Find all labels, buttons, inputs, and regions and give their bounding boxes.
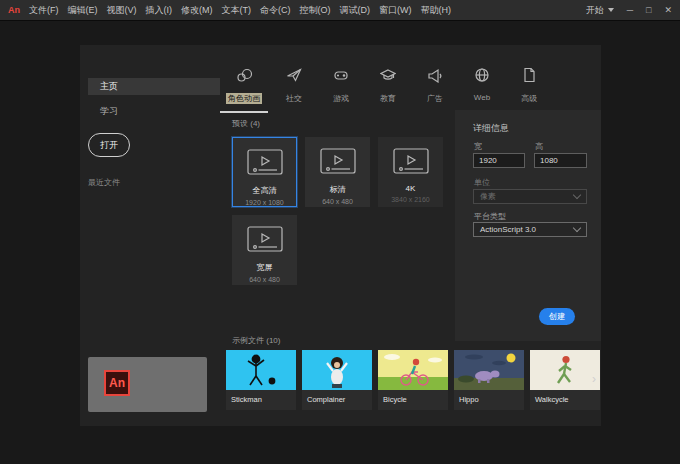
sample-card-complainer[interactable]: Complainer <box>302 350 372 410</box>
tab-label: 游戏 <box>333 93 349 104</box>
tab-social[interactable]: 社交 <box>279 67 309 104</box>
sample-name: Bicycle <box>378 390 448 410</box>
platform-label: 平台类型 <box>474 211 506 222</box>
details-panel: 详细信息 宽 高 单位 像素 平台类型 ActionScript 3.0 创建 <box>455 110 601 341</box>
video-preset-icon <box>247 226 283 256</box>
menu-debug[interactable]: 调试(D) <box>340 4 371 17</box>
menu-view[interactable]: 视图(V) <box>107 4 137 17</box>
stickman-thumbnail <box>226 350 296 390</box>
sample-card-walkcycle[interactable]: Walkcycle <box>530 350 600 410</box>
menu-modify[interactable]: 修改(M) <box>181 4 213 17</box>
sample-name: Stickman <box>226 390 296 410</box>
animate-logo-icon: An <box>104 370 130 396</box>
tab-label: 教育 <box>380 93 396 104</box>
preset-card-widescreen[interactable]: 宽屏 640 x 480 <box>232 215 297 285</box>
samples-heading: 示例文件 (10) <box>232 335 280 346</box>
sample-name: Complainer <box>302 390 372 410</box>
preset-card-full-hd[interactable]: 全高清 1920 x 1080 <box>232 137 297 207</box>
megaphone-icon <box>427 67 443 87</box>
hippo-thumbnail <box>454 350 524 390</box>
globe-icon <box>474 67 490 87</box>
sidebar-item-learn[interactable]: 学习 <box>100 105 118 118</box>
menu-file[interactable]: 文件(F) <box>29 4 59 17</box>
menu-insert[interactable]: 插入(I) <box>146 4 173 17</box>
preset-name: 宽屏 <box>257 262 273 273</box>
tab-ads[interactable]: 广告 <box>420 67 450 104</box>
width-label: 宽 <box>474 141 482 152</box>
minimize-button[interactable]: ─ <box>627 0 633 20</box>
sample-card-stickman[interactable]: Stickman <box>226 350 296 410</box>
units-dropdown[interactable]: 像素 <box>473 189 587 204</box>
menu-control[interactable]: 控制(O) <box>300 4 331 17</box>
create-button[interactable]: 创建 <box>539 308 575 325</box>
close-button[interactable]: ✕ <box>664 0 672 20</box>
platform-value: ActionScript 3.0 <box>480 225 536 234</box>
preset-size: 640 x 480 <box>249 276 280 283</box>
tab-advanced[interactable]: 高级 <box>514 67 544 104</box>
units-label: 单位 <box>474 177 490 188</box>
promo-card[interactable]: An <box>88 357 207 412</box>
preset-size: 3840 x 2160 <box>391 196 430 203</box>
preset-name: 全高清 <box>253 185 277 196</box>
sample-card-bicycle[interactable]: Bicycle <box>378 350 448 410</box>
tab-label: 广告 <box>427 93 443 104</box>
tab-education[interactable]: 教育 <box>373 67 403 104</box>
tab-games[interactable]: 游戏 <box>326 67 356 104</box>
game-controller-icon <box>333 67 349 87</box>
workspace-switcher[interactable]: 开始 <box>586 4 614 17</box>
sample-name: Hippo <box>454 390 524 410</box>
open-button[interactable]: 打开 <box>88 133 130 157</box>
preset-name: 标清 <box>330 184 346 195</box>
category-tabs: 角色动画 社交 游戏 教育 <box>226 67 544 104</box>
height-label: 高 <box>535 141 543 152</box>
tab-character-animation[interactable]: 角色动画 <box>226 67 262 104</box>
tab-web[interactable]: Web <box>467 67 497 102</box>
tab-label: 高级 <box>521 93 537 104</box>
complainer-thumbnail <box>302 350 372 390</box>
maximize-button[interactable]: □ <box>646 0 651 20</box>
menu-text[interactable]: 文本(T) <box>222 4 252 17</box>
preset-size: 640 x 480 <box>322 198 353 205</box>
width-input[interactable] <box>473 153 525 168</box>
document-icon <box>521 67 537 87</box>
presets-heading: 预设 (4) <box>232 118 260 129</box>
sample-name: Walkcycle <box>530 390 600 410</box>
tab-label: Web <box>474 93 490 102</box>
recent-files-label: 最近文件 <box>88 177 120 188</box>
chevron-down-icon <box>573 224 581 232</box>
character-animation-icon <box>236 67 252 87</box>
platform-dropdown[interactable]: ActionScript 3.0 <box>473 222 587 237</box>
menu-edit[interactable]: 编辑(E) <box>68 4 98 17</box>
video-preset-icon <box>320 148 356 178</box>
preset-size: 1920 x 1080 <box>245 199 284 206</box>
graduation-cap-icon <box>380 67 396 87</box>
units-value: 像素 <box>480 191 496 202</box>
preset-name: 4K <box>406 184 416 193</box>
menu-help[interactable]: 帮助(H) <box>421 4 452 17</box>
details-heading: 详细信息 <box>473 122 509 135</box>
walkcycle-thumbnail <box>530 350 600 390</box>
sample-card-hippo[interactable]: Hippo <box>454 350 524 410</box>
preset-card-4k[interactable]: 4K 3840 x 2160 <box>378 137 443 207</box>
chevron-down-icon <box>573 191 581 199</box>
tab-label: 角色动画 <box>226 93 262 104</box>
menu-bar: An 文件(F) 编辑(E) 视图(V) 插入(I) 修改(M) 文本(T) 命… <box>0 0 680 21</box>
video-preset-icon <box>247 149 283 179</box>
app-logo-icon: An <box>8 5 20 15</box>
workspace-label: 开始 <box>586 4 604 17</box>
sidebar-item-home[interactable]: 主页 <box>88 78 220 95</box>
menu-commands[interactable]: 命令(C) <box>260 4 291 17</box>
start-screen-panel: 主页 学习 打开 最近文件 An 角色动画 社交 <box>80 45 601 426</box>
menu-window[interactable]: 窗口(W) <box>379 4 412 17</box>
height-input[interactable] <box>534 153 587 168</box>
samples-scroll-right-button[interactable]: › <box>592 372 596 386</box>
chevron-down-icon <box>608 8 614 12</box>
paper-plane-icon <box>286 67 302 87</box>
bicycle-thumbnail <box>378 350 448 390</box>
animate-window: An 文件(F) 编辑(E) 视图(V) 插入(I) 修改(M) 文本(T) 命… <box>0 0 680 464</box>
video-preset-icon <box>393 148 429 178</box>
tab-label: 社交 <box>286 93 302 104</box>
preset-card-sd[interactable]: 标清 640 x 480 <box>305 137 370 207</box>
